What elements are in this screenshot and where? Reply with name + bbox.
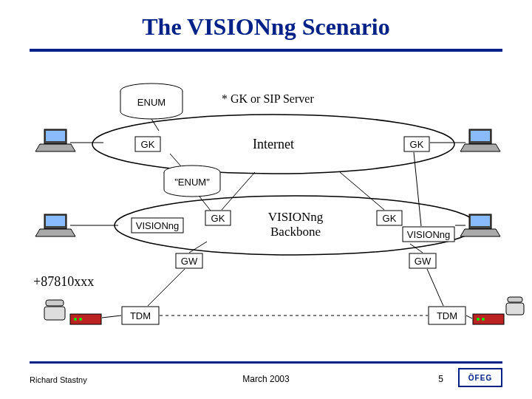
gk-label: GK bbox=[211, 213, 225, 224]
visionng-label: VISIONng bbox=[136, 220, 180, 231]
phone-icon bbox=[506, 297, 524, 315]
gw-label: GW bbox=[181, 256, 198, 267]
svg-marker-25 bbox=[35, 229, 75, 236]
svg-point-50 bbox=[74, 318, 77, 321]
gk-label: GK bbox=[410, 139, 424, 150]
note-gk-or-sip: * GK or SIP Server bbox=[222, 92, 314, 105]
svg-rect-32 bbox=[471, 216, 490, 226]
svg-rect-47 bbox=[44, 307, 65, 320]
visionng-box: VISIONng bbox=[403, 227, 454, 242]
svg-rect-14 bbox=[471, 131, 490, 141]
laptop-icon bbox=[460, 129, 500, 151]
gw-box: GW bbox=[409, 253, 436, 268]
svg-line-52 bbox=[102, 316, 121, 318]
svg-line-58 bbox=[466, 316, 472, 318]
internet-label: Internet bbox=[253, 137, 294, 151]
diagram-canvas: Internet VISIONng Backbone ENUM * GK or … bbox=[0, 55, 532, 358]
tdm-label: TDM bbox=[437, 310, 457, 321]
backbone-label-2: Backbone bbox=[270, 225, 321, 239]
svg-marker-15 bbox=[460, 144, 500, 151]
footer-date: March 2003 bbox=[0, 374, 532, 384]
gk-box: GK bbox=[135, 137, 160, 151]
svg-rect-56 bbox=[506, 303, 524, 315]
svg-point-51 bbox=[79, 318, 82, 321]
gk-box: GK bbox=[205, 211, 231, 225]
enum-local-label: "ENUM" bbox=[174, 177, 210, 188]
svg-rect-48 bbox=[46, 300, 64, 306]
svg-rect-24 bbox=[46, 216, 65, 226]
backbone-label-1: VISIONng bbox=[268, 210, 324, 224]
gw-box: GW bbox=[176, 253, 202, 268]
page-title: The VISIONng Scenario bbox=[0, 0, 532, 41]
tdm-box: TDM bbox=[122, 307, 159, 324]
phone-icon bbox=[44, 300, 65, 320]
footer-logo-text: ÖFEG bbox=[458, 368, 502, 387]
gk-label: GK bbox=[141, 139, 155, 150]
enum-local-cylinder: "ENUM" bbox=[164, 166, 220, 197]
svg-rect-8 bbox=[46, 131, 65, 141]
footer-page: 5 bbox=[438, 374, 443, 384]
svg-marker-9 bbox=[35, 144, 75, 151]
router-icon bbox=[70, 314, 101, 324]
enum-label: ENUM bbox=[137, 97, 166, 108]
title-rule bbox=[30, 49, 502, 52]
visionng-label: VISIONng bbox=[407, 229, 451, 240]
gk-box: GK bbox=[377, 211, 402, 225]
gw-label: GW bbox=[415, 256, 432, 267]
svg-line-44 bbox=[148, 269, 185, 306]
svg-line-45 bbox=[427, 269, 443, 306]
visionng-box: VISIONng bbox=[132, 218, 183, 233]
svg-marker-33 bbox=[460, 229, 500, 236]
svg-rect-57 bbox=[508, 297, 522, 302]
laptop-icon bbox=[35, 214, 75, 236]
gk-box: GK bbox=[404, 137, 429, 151]
gk-label: GK bbox=[383, 213, 397, 224]
tdm-box: TDM bbox=[429, 307, 466, 324]
router-icon bbox=[473, 314, 504, 324]
phone-number: +87810xxx bbox=[33, 274, 94, 289]
footer-logo: ÖFEG bbox=[458, 368, 502, 390]
bottom-rule bbox=[30, 361, 502, 364]
svg-point-55 bbox=[482, 318, 485, 321]
enum-cylinder: ENUM bbox=[120, 83, 183, 119]
svg-point-54 bbox=[477, 318, 480, 321]
laptop-icon bbox=[35, 129, 75, 151]
tdm-label: TDM bbox=[130, 310, 151, 321]
